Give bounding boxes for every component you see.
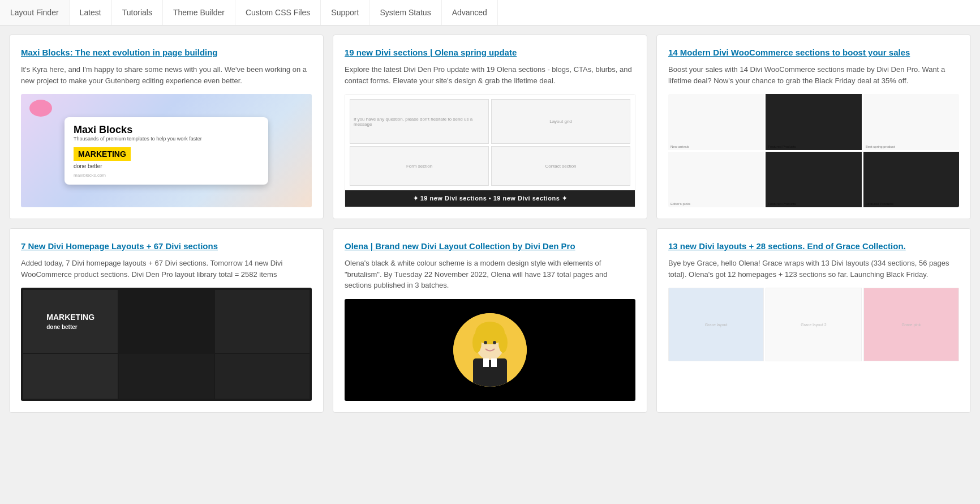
woo-cell-label-0: New arrivals [670, 145, 689, 148]
maxi-blob-decoration [29, 100, 52, 117]
olena-box-2: Form section [350, 146, 489, 186]
nav-item-support[interactable]: Support [321, 0, 369, 25]
card-title-card-olena-spring[interactable]: 19 new Divi sections | Olena spring upda… [345, 46, 635, 58]
nav-bar: Layout FinderLatestTutorialsTheme Builde… [0, 0, 980, 25]
olena-character-circle [453, 313, 527, 387]
nav-item-advanced[interactable]: Advanced [442, 0, 498, 25]
card-desc-card-maxi-blocks: It's Kyra here, and I'm happy to share s… [21, 64, 312, 86]
nav-item-latest[interactable]: Latest [70, 0, 112, 25]
grace-cell-0: Grace layout [668, 288, 764, 361]
divi-marketing-text: MARKETINGdone better [46, 313, 94, 331]
woo-cell-0: New arrivals [668, 94, 764, 150]
card-title-card-olena-layout[interactable]: Olena | Brand new Divi Layout Collection… [345, 240, 635, 252]
olena-character-svg [453, 313, 527, 387]
nav-item-layout-finder[interactable]: Layout Finder [0, 0, 70, 25]
woo-cell-2: Best spring product [863, 94, 959, 150]
card-image-wrapper-card-maxi-blocks: Maxi Blocks Thousands of premium templat… [21, 94, 312, 207]
svg-point-5 [498, 332, 508, 353]
woo-cell-4: Featured Products [766, 152, 861, 208]
divi-cell-2 [215, 290, 310, 353]
nav-item-theme-builder[interactable]: Theme Builder [163, 0, 235, 25]
svg-rect-9 [491, 358, 497, 367]
svg-rect-1 [473, 358, 507, 387]
svg-point-7 [493, 341, 496, 344]
woo-cell-5: Featured Products [863, 152, 959, 208]
card-title-card-maxi-blocks[interactable]: Maxi Blocks: The next evolution in page … [21, 46, 312, 58]
card-image-wrapper-card-olena-layout [345, 299, 635, 401]
svg-point-6 [484, 341, 487, 344]
card-image-wrapper-card-grace: Grace layoutGrace layout 2Grace pink [668, 288, 959, 361]
card-card-olena-spring: 19 new Divi sections | Olena spring upda… [333, 35, 647, 219]
card-title-card-grace[interactable]: 13 new Divi layouts + 28 sections. End o… [668, 240, 959, 252]
divi-cell-4 [119, 354, 213, 399]
olena-box-0: If you have any question, please don't h… [350, 99, 489, 144]
grace-cell-2: Grace pink [863, 288, 959, 361]
maxi-tagline: Thousands of premium templates to help y… [74, 136, 259, 142]
card-desc-card-grace: Bye bye Grace, hello Olena! Grace wraps … [668, 258, 959, 280]
divi-cell-3 [23, 354, 118, 399]
card-image-wrapper-card-woocommerce: New arrivalsFeatured ProductsBest spring… [668, 94, 959, 207]
maxi-image: Maxi Blocks Thousands of premium templat… [21, 94, 312, 207]
woo-cell-3: Editor's picks [668, 152, 764, 208]
divi-cell-5 [215, 354, 310, 399]
olena-top-grid: If you have any question, please don't h… [345, 95, 635, 190]
grace-cell-1: Grace layout 2 [766, 288, 861, 361]
card-desc-card-olena-spring: Explore the latest Divi Den Pro update w… [345, 64, 635, 86]
svg-point-4 [472, 332, 482, 353]
card-image-wrapper-card-olena-spring: If you have any question, please don't h… [345, 94, 635, 207]
maxi-sub-text: done better [74, 163, 259, 169]
svg-rect-8 [483, 358, 489, 367]
maxi-url: maxiblocks.com [74, 173, 259, 178]
card-card-maxi-blocks: Maxi Blocks: The next evolution in page … [9, 35, 324, 219]
card-title-card-woocommerce[interactable]: 14 Modern Divi WooCommerce sections to b… [668, 46, 959, 58]
woo-cell-1: Featured Products [766, 94, 861, 150]
maxi-card-inner: Maxi Blocks Thousands of premium templat… [65, 117, 268, 185]
nav-item-system-status[interactable]: System Status [369, 0, 441, 25]
card-card-woocommerce: 14 Modern Divi WooCommerce sections to b… [656, 35, 971, 219]
divi-cell-1 [119, 290, 213, 353]
card-desc-card-7-divi: Added today, 7 Divi homepage layouts + 6… [21, 258, 312, 280]
divi-homepage-image: MARKETINGdone better [21, 288, 312, 401]
maxi-brand: Maxi Blocks [74, 124, 259, 136]
woo-cell-label-3: Editor's picks [670, 202, 690, 206]
olena-box-3: Contact section [491, 146, 630, 186]
olena-box-1: Layout grid [491, 99, 630, 144]
card-image-wrapper-card-7-divi: MARKETINGdone better [21, 288, 312, 401]
woo-cell-label-2: Best spring product [866, 145, 895, 148]
olena-banner-text: ✦ 19 new Divi sections • 19 new Divi sec… [345, 190, 635, 207]
woo-cell-label-1: Featured Products [768, 145, 796, 148]
olena-layout-image [345, 299, 635, 401]
nav-item-tutorials[interactable]: Tutorials [112, 0, 163, 25]
maxi-marketing-text: MARKETING [74, 147, 131, 161]
woo-cell-label-4: Featured Products [768, 202, 796, 206]
nav-item-custom-css-files[interactable]: Custom CSS Files [235, 0, 321, 25]
divi-cell-0: MARKETINGdone better [23, 290, 118, 353]
woocommerce-image-grid: New arrivalsFeatured ProductsBest spring… [668, 94, 959, 207]
content-grid: Maxi Blocks: The next evolution in page … [0, 25, 980, 422]
card-desc-card-woocommerce: Boost your sales with 14 Divi WooCommerc… [668, 64, 959, 86]
card-card-7-divi: 7 New Divi Homepage Layouts + 67 Divi se… [9, 228, 324, 413]
woo-cell-label-5: Featured Products [866, 202, 893, 206]
card-desc-card-olena-layout: Olena's black & white colour scheme is a… [345, 258, 635, 291]
grace-collection-image: Grace layoutGrace layout 2Grace pink [668, 288, 959, 361]
card-title-card-7-divi[interactable]: 7 New Divi Homepage Layouts + 67 Divi se… [21, 240, 312, 252]
olena-spring-image: If you have any question, please don't h… [345, 94, 635, 207]
card-card-grace: 13 new Divi layouts + 28 sections. End o… [656, 228, 971, 413]
card-card-olena-layout: Olena | Brand new Divi Layout Collection… [333, 228, 647, 413]
